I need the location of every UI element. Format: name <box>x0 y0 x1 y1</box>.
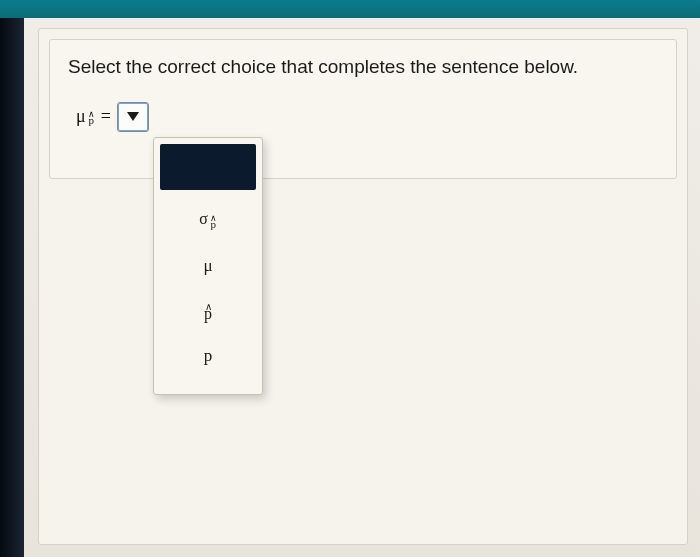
sigma-phat-symbol: σ ∧ p <box>199 210 217 228</box>
p-symbol: p <box>211 221 217 227</box>
dropdown-option-p[interactable]: p <box>162 332 254 380</box>
window-top-border <box>0 0 700 18</box>
sigma-symbol: σ <box>199 210 208 228</box>
dropdown-option-blank[interactable] <box>160 144 256 190</box>
phat-symbol: ∧ p <box>204 304 212 318</box>
instruction-text: Select the correct choice that completes… <box>68 54 658 80</box>
mu-sub-phat: μ ∧ p <box>76 106 95 127</box>
p-symbol: p <box>204 310 212 319</box>
question-frame: Select the correct choice that completes… <box>38 28 688 545</box>
dropdown-panel: σ ∧ p μ ∧ p p <box>153 137 263 395</box>
equation-row: μ ∧ p = <box>76 102 658 132</box>
question-box: Select the correct choice that completes… <box>49 39 677 179</box>
mu-symbol: μ <box>76 106 86 127</box>
window-left-border <box>0 18 24 557</box>
dropdown-option-sigma-phat[interactable]: σ ∧ p <box>162 196 254 242</box>
equals-sign: = <box>101 106 111 127</box>
p-symbol: p <box>88 117 94 123</box>
phat-subscript: ∧ p <box>210 216 217 227</box>
dropdown-option-phat[interactable]: ∧ p <box>162 290 254 332</box>
option-label: μ <box>203 256 212 276</box>
option-label: p <box>204 346 213 366</box>
phat-subscript: ∧ p <box>88 112 95 123</box>
answer-dropdown[interactable] <box>117 102 149 132</box>
dropdown-option-mu[interactable]: μ <box>162 242 254 290</box>
chevron-down-icon <box>127 112 139 121</box>
